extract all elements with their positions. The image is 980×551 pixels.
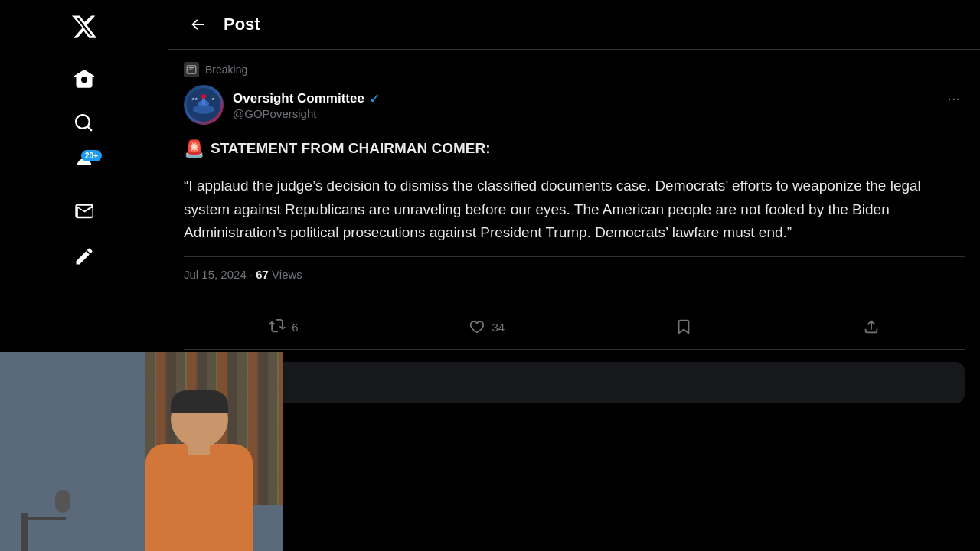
- account-name[interactable]: Oversight Committee: [233, 91, 364, 106]
- sidebar-item-messages[interactable]: [65, 193, 103, 231]
- account-name-row: Oversight Committee ✓: [233, 90, 381, 107]
- post-meta: Jul 15, 2024 · 67 Views: [184, 256, 965, 292]
- person-figure: [115, 383, 283, 551]
- more-options-button[interactable]: ···: [942, 85, 965, 112]
- breaking-icon: [184, 62, 199, 77]
- like-button[interactable]: 34: [459, 312, 514, 341]
- views-label: Views: [272, 268, 302, 281]
- neck: [188, 440, 210, 455]
- account-info: Oversight Committee ✓ @GOPoversight: [233, 90, 381, 120]
- breaking-label: Breaking: [184, 62, 965, 77]
- post-container: Breaking: [168, 50, 980, 551]
- account-left: ★★ ★ Oversight Committee ✓ @GOPoversight: [184, 85, 381, 125]
- alert-emoji: 🚨: [184, 135, 204, 162]
- sidebar-item-compose[interactable]: [65, 237, 103, 276]
- account-handle[interactable]: @GOPoversight: [233, 107, 381, 120]
- avatar[interactable]: ★★ ★: [184, 85, 224, 125]
- main-content: Post Breaking: [168, 0, 980, 551]
- account-header: ★★ ★ Oversight Committee ✓ @GOPoversight…: [184, 85, 965, 125]
- sidebar-item-notifications[interactable]: 20+: [65, 148, 103, 187]
- page-title: Post: [224, 15, 260, 34]
- bookmark-button[interactable]: [666, 312, 701, 341]
- share-button[interactable]: [854, 312, 889, 341]
- views-count: 67: [256, 268, 269, 281]
- x-logo[interactable]: [65, 8, 103, 46]
- svg-point-6: [201, 94, 206, 99]
- post-body: 🚨 STATEMENT FROM CHAIRMAN COMER: “I appl…: [184, 135, 965, 244]
- post-quote: “I applaud the judge’s decision to dismi…: [184, 174, 965, 244]
- svg-text:★★: ★★: [191, 96, 198, 101]
- actions-bar: 6 34: [184, 305, 965, 350]
- top-bar: Post: [168, 0, 980, 50]
- back-button[interactable]: [184, 11, 211, 38]
- sidebar-item-home[interactable]: [65, 60, 103, 98]
- hair: [171, 390, 228, 413]
- microphone: [21, 513, 28, 551]
- retweet-button[interactable]: 6: [260, 312, 307, 341]
- mic-head: [55, 490, 70, 513]
- retweet-count: 6: [292, 321, 298, 334]
- post-date: Jul 15, 2024: [184, 268, 247, 281]
- verified-badge: ✓: [369, 90, 381, 107]
- avatar-image: ★★ ★: [184, 85, 224, 125]
- sidebar-item-search[interactable]: [65, 104, 103, 142]
- torso: [145, 444, 253, 551]
- mic-arm: [28, 517, 66, 520]
- like-count: 34: [492, 321, 505, 334]
- video-overlay: [0, 352, 283, 551]
- notification-badge: 20+: [81, 150, 102, 161]
- statement-header: 🚨 STATEMENT FROM CHAIRMAN COMER:: [184, 135, 965, 162]
- video-content: [0, 352, 283, 551]
- related-posts[interactable]: ed posts: [184, 362, 965, 403]
- mic-base: [21, 513, 28, 551]
